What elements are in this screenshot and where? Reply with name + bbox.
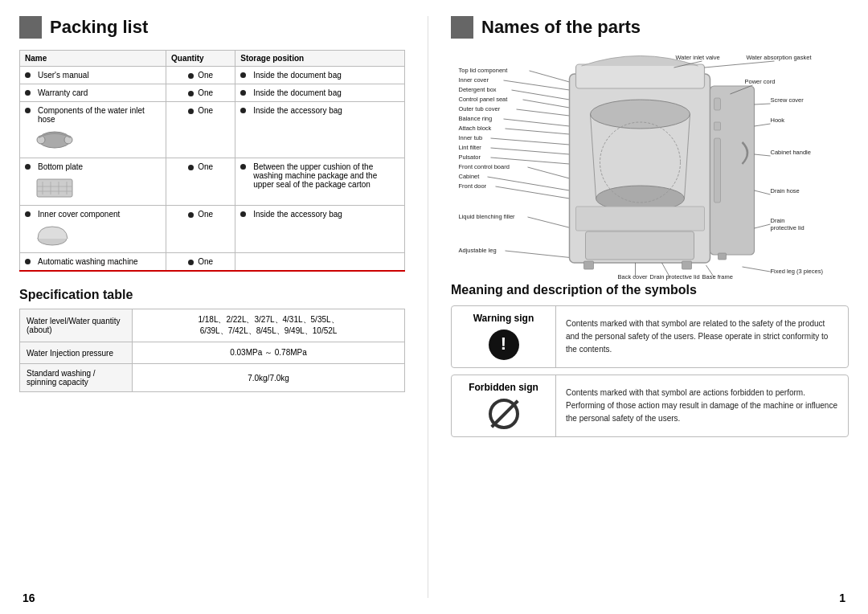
qty-text: One (198, 210, 213, 219)
header-box-right (451, 16, 473, 39)
svg-text:Inner tub: Inner tub (459, 134, 483, 141)
qty-text: One (198, 257, 213, 266)
svg-line-24 (506, 129, 570, 134)
svg-line-69 (755, 154, 771, 156)
qty-bullet (188, 165, 194, 170)
packing-name-cell: Components of the water inlet hose (20, 102, 166, 158)
svg-text:Cabinet: Cabinet (459, 173, 481, 180)
svg-text:Water inlet valve: Water inlet valve (676, 54, 720, 61)
svg-line-34 (488, 177, 570, 190)
storage-text: Between the upper cushion of the washing… (253, 162, 399, 189)
qty-text: One (198, 162, 213, 171)
svg-text:Control panel seat: Control panel seat (459, 96, 509, 103)
qty-bullet (188, 260, 194, 265)
svg-line-36 (496, 186, 570, 199)
parts-diagram: Top lid component Inner cover Detergent … (451, 50, 849, 283)
packing-name-cell: Bottom plate (20, 158, 166, 206)
packing-table-row: Warranty cardOneInside the document bag (20, 84, 405, 102)
svg-line-18 (523, 100, 570, 108)
storage-bullet (240, 90, 246, 96)
svg-text:Top lid component: Top lid component (459, 67, 509, 74)
spec-section: Specification table Water level/Water qu… (19, 288, 405, 392)
svg-line-61 (705, 61, 775, 68)
warning-sign-label: Warning sign (473, 313, 534, 324)
qty-bullet (188, 91, 194, 96)
item-name: Inner cover component (38, 210, 120, 219)
page-number-left: 16 (23, 591, 35, 604)
svg-rect-55 (584, 261, 594, 269)
spec-table-row: Water Injection pressure0.03MPa ～ 0.78MP… (20, 342, 405, 364)
packing-qty-cell: One (166, 84, 235, 102)
svg-text:Front door: Front door (459, 182, 487, 190)
parts-title: Names of the parts (481, 17, 641, 38)
parts-header: Names of the parts (451, 16, 849, 39)
col-name: Name (20, 51, 166, 67)
svg-text:Attach block: Attach block (459, 125, 492, 132)
warning-sign-card: Warning sign ! Contents marked with that… (451, 305, 849, 368)
svg-rect-57 (719, 253, 727, 260)
packing-list-header: Packing list (19, 16, 405, 39)
svg-text:Inner cover: Inner cover (459, 76, 489, 84)
svg-text:Lint filter: Lint filter (459, 144, 482, 151)
warning-icon-symbol: ! (501, 335, 506, 353)
svg-text:Base frame: Base frame (702, 273, 733, 280)
svg-rect-51 (586, 231, 694, 260)
svg-text:Liquid blenching filler: Liquid blenching filler (459, 213, 516, 220)
forbidden-icon (489, 399, 519, 429)
bullet (25, 164, 31, 170)
svg-rect-43 (576, 64, 705, 88)
item-name: Warranty card (38, 88, 88, 97)
svg-line-16 (512, 90, 570, 100)
svg-line-12 (530, 71, 570, 82)
qty-bullet (188, 212, 194, 218)
storage-text: Inside the accessory bag (253, 210, 342, 219)
svg-line-28 (491, 148, 570, 154)
packing-name-cell: Warranty card (20, 84, 166, 102)
item-image (35, 223, 161, 248)
storage-bullet (240, 108, 246, 113)
svg-point-44 (591, 100, 690, 129)
bullet (25, 259, 31, 264)
qty-bullet (188, 73, 194, 79)
spec-table-row: Standard washing / spinning capacity7.0k… (20, 364, 405, 392)
warning-icon-container: ! (488, 329, 520, 361)
svg-text:Screw cover: Screw cover (771, 96, 805, 104)
bullet (25, 108, 31, 113)
symbols-section: Meaning and description of the symbols W… (451, 283, 849, 437)
svg-text:Front control board: Front control board (459, 163, 510, 170)
spec-table-row: Water level/Water quantity (about)1/18L、… (20, 309, 405, 342)
item-name: User's manual (38, 71, 89, 80)
packing-qty-cell: One (166, 102, 235, 158)
packing-table-row: Automatic washing machineOne (20, 253, 405, 272)
svg-text:Drain protective lid: Drain protective lid (650, 273, 700, 280)
svg-rect-54 (714, 138, 721, 203)
forbidden-sign-left: Forbidden sign (452, 375, 556, 436)
svg-text:Water absorption gasket: Water absorption gasket (747, 54, 813, 61)
svg-text:Adjustable leg: Adjustable leg (459, 247, 497, 254)
packing-list-title: Packing list (50, 17, 148, 38)
svg-line-65 (755, 104, 771, 104)
forbidden-sign-description: Contents marked with that symbol are act… (556, 375, 848, 436)
storage-bullet (240, 72, 246, 78)
page-number-right: 1 (839, 591, 845, 604)
svg-text:Fixed leg (3 pieces): Fixed leg (3 pieces) (771, 268, 824, 275)
qty-text: One (198, 106, 213, 115)
svg-rect-52 (714, 98, 721, 110)
svg-text:Balance ring: Balance ring (459, 115, 493, 122)
packing-name-cell: Inner cover component (20, 206, 166, 253)
svg-text:Hook: Hook (771, 117, 785, 124)
packing-storage-cell: Inside the accessory bag (235, 206, 405, 253)
svg-rect-56 (682, 261, 692, 269)
svg-line-14 (504, 80, 570, 90)
packing-storage-cell (235, 253, 405, 272)
packing-storage-cell: Between the upper cushion of the washing… (235, 158, 405, 206)
warning-sign-left: Warning sign ! (452, 306, 556, 367)
svg-line-26 (491, 138, 570, 145)
storage-text: Inside the accessory bag (253, 106, 342, 115)
storage-bullet (240, 211, 246, 217)
item-image (35, 175, 161, 201)
spec-table: Water level/Water quantity (about)1/18L、… (19, 309, 405, 392)
warning-sign-description: Contents marked with that symbol are rel… (556, 306, 848, 367)
packing-table-row: Inner cover componentOneInside the acces… (20, 206, 405, 253)
svg-rect-3 (37, 179, 72, 197)
